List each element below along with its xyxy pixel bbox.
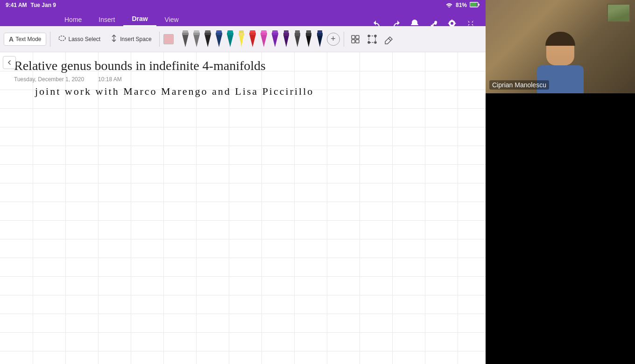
insert-space-button[interactable]: Insert Space (106, 32, 155, 46)
pen-teal[interactable] (225, 31, 235, 48)
svg-marker-17 (227, 34, 233, 47)
svg-point-3 (59, 36, 65, 41)
vline (163, 52, 164, 364)
svg-marker-8 (193, 34, 200, 47)
vline (294, 52, 295, 364)
text-mode-button[interactable]: A Text Mode (4, 33, 46, 46)
vline (65, 52, 66, 364)
pencil-dark-purple[interactable] (281, 31, 291, 48)
svg-rect-47 (356, 40, 359, 43)
svg-rect-36 (295, 33, 300, 36)
svg-rect-45 (356, 35, 359, 39)
page-title: Relative genus bounds in indefinite 4-ma… (14, 58, 266, 73)
pen-red[interactable] (247, 31, 258, 48)
lasso-select-button[interactable]: Lasso Select (54, 32, 104, 46)
svg-rect-44 (352, 35, 355, 39)
webcam-area: Ciprian Manolescu (486, 0, 635, 364)
svg-marker-29 (272, 34, 278, 47)
page-time: 10:18 AM (98, 76, 122, 83)
svg-line-53 (388, 38, 391, 41)
svg-marker-11 (205, 34, 211, 47)
svg-rect-16 (216, 30, 222, 33)
pen-pink[interactable] (259, 31, 269, 48)
color-swatch[interactable] (163, 34, 174, 44)
page-area (0, 52, 486, 364)
vline (360, 52, 360, 364)
pen-purple[interactable] (270, 31, 280, 48)
page-date: Tuesday, December 1, 2020 (14, 76, 84, 83)
hline (0, 183, 486, 183)
pen-dark-gray[interactable] (180, 31, 190, 48)
svg-marker-26 (261, 34, 267, 47)
svg-marker-32 (283, 35, 289, 47)
status-bar: 9:41 AM Tue Jan 9 81% (0, 0, 486, 10)
svg-marker-5 (182, 34, 189, 47)
pen-tools-container (180, 31, 325, 48)
hline (0, 332, 486, 333)
selection-button[interactable] (348, 32, 363, 47)
add-pen-button[interactable]: + (327, 33, 340, 46)
draw-toolbar: A Text Mode Lasso Select Insert Space (0, 26, 486, 52)
svg-rect-1 (470, 3, 477, 7)
handwritten-text: joint work with Marco Marengo and Lisa P… (35, 85, 314, 98)
svg-marker-35 (295, 35, 300, 47)
pen-dark-blue[interactable] (214, 31, 224, 48)
svg-rect-21 (239, 33, 244, 36)
pencil-black[interactable] (303, 31, 314, 48)
hline (0, 351, 486, 351)
hline (0, 202, 486, 202)
time-display: 9:41 AM (6, 2, 27, 8)
vline (131, 52, 131, 364)
pencil-navy[interactable] (315, 31, 325, 48)
vline (392, 52, 393, 364)
tab-draw[interactable]: Draw (123, 12, 156, 26)
vline (229, 52, 229, 364)
tab-insert[interactable]: Insert (90, 13, 123, 26)
svg-rect-42 (317, 33, 323, 36)
svg-rect-10 (194, 30, 199, 33)
text-mode-label: Text Mode (15, 36, 41, 42)
hline (0, 146, 486, 146)
erase-button[interactable] (381, 32, 396, 47)
tab-view[interactable]: View (156, 13, 187, 26)
battery-icon (470, 2, 480, 9)
divider-3 (344, 32, 344, 47)
webcam-video: Ciprian Manolescu (486, 0, 635, 93)
insert-space-label: Insert Space (120, 36, 151, 42)
svg-rect-43 (318, 30, 322, 33)
svg-rect-19 (227, 30, 233, 33)
hline (0, 295, 486, 295)
svg-rect-22 (239, 30, 244, 33)
pen-gray[interactable] (191, 31, 202, 48)
divider-2 (159, 32, 160, 47)
pen-black[interactable] (203, 31, 213, 48)
svg-rect-39 (306, 33, 311, 36)
vline (196, 52, 197, 364)
vline (33, 52, 33, 364)
svg-rect-7 (183, 30, 188, 33)
divider-1 (50, 32, 50, 47)
svg-rect-48 (369, 36, 375, 42)
transform-button[interactable] (365, 32, 380, 47)
battery-display: 81% (456, 2, 467, 8)
svg-marker-23 (249, 34, 256, 47)
pen-yellow[interactable] (236, 31, 247, 48)
pencil-dark-gray[interactable] (292, 31, 303, 48)
back-button[interactable] (3, 56, 16, 69)
vline (425, 52, 425, 364)
svg-marker-41 (317, 35, 323, 47)
svg-rect-31 (272, 30, 278, 33)
svg-point-50 (374, 35, 376, 37)
svg-point-49 (368, 35, 370, 37)
vline (327, 52, 327, 364)
svg-marker-20 (239, 35, 244, 47)
page-meta: Tuesday, December 1, 2020 10:18 AM (14, 76, 122, 83)
hline (0, 108, 486, 109)
hline (0, 258, 486, 258)
hline (0, 239, 486, 239)
tab-home[interactable]: Home (56, 13, 90, 26)
wifi-icon (445, 2, 453, 9)
svg-rect-37 (295, 30, 300, 33)
svg-rect-46 (352, 40, 355, 43)
webcam-person-name: Ciprian Manolescu (489, 80, 549, 90)
